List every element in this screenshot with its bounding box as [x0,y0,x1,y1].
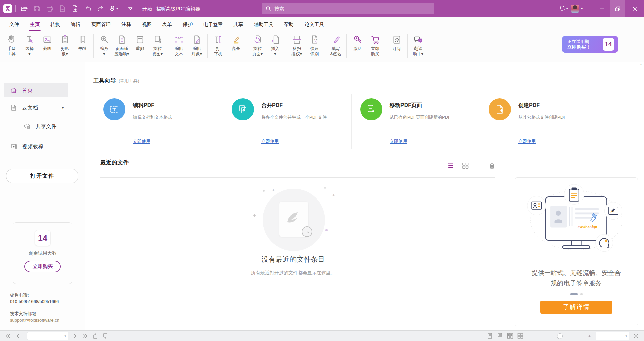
close-button[interactable] [625,0,644,17]
sidebar-item-cloud-docs[interactable]: 云文档 ▾ [4,101,68,115]
toolbar-zoom-button[interactable]: 缩放▾ [95,34,113,57]
toolbar-subscribe-button[interactable]: 订阅 [388,34,406,51]
activate-icon [352,34,363,45]
menu-item-share[interactable]: 共享 [228,17,249,32]
toolbar-bookmark-button[interactable]: 书签 [74,34,92,51]
menu-item-help[interactable]: 帮助 [279,17,299,32]
minimize-button[interactable] [594,0,610,17]
card-create-pdf[interactable]: 创建PDF 从其它格式文件创建PDF 立即使用 [480,94,608,149]
trial-badge-button[interactable]: 正在试用期 立即购买！ 14 [562,36,618,53]
promo-dot-active[interactable] [570,293,578,295]
redo-button[interactable] [95,3,106,14]
quick-access-chevron-button[interactable] [125,3,136,14]
account-caret[interactable]: ▾ [581,7,583,10]
restore-button[interactable] [610,0,625,17]
toolbar-quick-ocr-button[interactable]: OCR 快速识别 [306,34,323,57]
zoom-in-icon[interactable]: + [588,333,591,338]
prev-page-icon[interactable] [14,332,22,340]
menu-item-accessibility[interactable]: 辅助工具 [249,17,279,32]
facing-page-icon[interactable] [506,332,514,340]
trash-icon[interactable] [488,161,496,170]
toolbar-snapshot-button[interactable]: 截图 [38,34,56,51]
support-email-link[interactable]: support@foxitsoftware.cn [10,317,59,323]
toolbar-rotate-view-button[interactable]: 旋转视图▾ [149,34,166,57]
open-file-main-button[interactable]: 打开文件 [6,169,78,183]
menu-item-comment[interactable]: 注释 [116,17,137,32]
undo-button[interactable] [82,3,94,14]
card-use-now-link[interactable]: 立即使用 [133,138,223,145]
sidebar-item-video-tutorials[interactable]: 视频教程 [4,139,68,154]
menu-item-view[interactable]: 视图 [137,17,157,32]
menu-item-file[interactable]: 文件 [4,17,24,32]
toolbar-edit-object-button[interactable]: 编辑对象▾ [188,34,206,57]
learn-more-button[interactable]: 了解详情 [540,301,612,314]
menu-item-organize[interactable]: 页面管理 [86,17,116,32]
toolbar-hand-tool-button[interactable]: 手型工具 [3,34,20,57]
zoom-slider[interactable] [534,336,585,336]
toolbar-fit-page-button[interactable]: 页面适应选项▾ [113,34,131,57]
menu-item-protect[interactable]: 保护 [177,17,198,32]
card-use-now-link[interactable]: 立即使用 [390,138,480,145]
toolbar-translate-button[interactable]: A 翻译助手▾ [409,34,427,57]
notifications-caret[interactable]: ▾ [566,7,568,10]
toolbar-highlight-button[interactable]: 高亮 [227,34,245,51]
facing-continuous-icon[interactable] [516,332,524,340]
zoom-out-icon[interactable]: − [528,333,531,338]
list-view-icon[interactable] [446,161,455,170]
card-use-now-link[interactable]: 立即使用 [518,138,608,145]
toolbar-clipboard-button[interactable]: 剪贴板▾ [56,34,74,57]
first-page-icon[interactable] [4,332,12,340]
toolbar-divider [429,34,429,58]
toolbar-rotate-pages-button[interactable]: 旋转页面▾ [249,34,266,57]
toolbar-edit-text-button[interactable]: 编辑文本 [170,34,188,57]
hand-quick-caret[interactable]: ▾ [116,7,118,10]
notifications-button[interactable]: ▾ [558,5,568,12]
menu-item-home[interactable]: 主页 [24,17,45,32]
grid-view-icon[interactable] [461,161,470,170]
save-button[interactable] [31,3,43,14]
buy-now-pill-button[interactable]: 立即购买 [24,261,61,272]
fullscreen-icon[interactable] [632,332,640,340]
sidebar-item-home[interactable]: 首页 [4,83,68,97]
page-number-combobox[interactable]: ▾ [27,332,68,340]
toolbar-reflow-button[interactable]: 重排 [131,34,149,51]
toolbar-typewriter-button[interactable]: 打字机 [209,34,227,57]
search-input[interactable]: 搜索 [262,3,434,14]
zoom-level-combobox[interactable]: ▾ [596,332,629,340]
print-button[interactable] [44,3,55,14]
hand-quick-button[interactable]: ▾ [108,3,119,14]
single-page-icon[interactable] [486,332,494,340]
prev-view-icon[interactable] [91,332,99,340]
scrollbar-up-arrow[interactable]: ▲ [640,63,642,66]
last-page-icon[interactable] [81,332,89,340]
card-merge-pdf[interactable]: 合并PDF 将多个文件合并生成一个PDF文件 立即使用 [223,94,352,149]
toolbar-buy-now-button[interactable]: 立即购买 [366,34,384,57]
toolbar-select-button[interactable]: 选择▾ [20,34,38,57]
toolbar-insert-button[interactable]: 插入▾ [266,34,284,57]
menu-item-esign[interactable]: 电子签章 [198,17,228,32]
continuous-page-icon[interactable] [496,332,504,340]
menu-item-convert[interactable]: 转换 [45,17,65,32]
next-view-icon[interactable] [101,332,109,340]
card-edit-pdf[interactable]: 编辑PDF 编辑文档和文本格式 立即使用 [95,94,223,149]
avatar[interactable] [571,5,579,13]
highlight-icon [230,34,242,45]
card-move-pdf-pages[interactable]: 移动PDF页面 从已有的PDF页面创建新的PDF 立即使用 [352,94,480,149]
toolbar-fill-sign-button[interactable]: 填写&签名 [327,34,345,57]
account-button[interactable]: ▾ [571,5,583,13]
toolbar-activate-button[interactable]: 激活 [348,34,366,51]
menu-item-edit[interactable]: 编辑 [65,17,86,32]
delete-page-button[interactable] [57,3,68,14]
menu-item-paper-tools[interactable]: 论文工具 [299,17,329,32]
card-use-now-link[interactable]: 立即使用 [261,138,351,145]
zoom-slider-knob[interactable] [557,333,563,339]
toolbar-from-scanner-button[interactable]: 从扫描仪▾ [288,34,306,57]
new-page-button[interactable] [69,3,81,14]
next-page-icon[interactable] [71,332,79,340]
cloud-docs-caret[interactable]: ▾ [62,106,64,110]
promo-pagination[interactable] [515,293,638,295]
sidebar-item-shared-files[interactable]: 共享文件 [4,119,68,133]
promo-dot[interactable] [580,293,583,295]
menu-item-form[interactable]: 表单 [157,17,177,32]
open-file-button[interactable] [18,3,30,14]
